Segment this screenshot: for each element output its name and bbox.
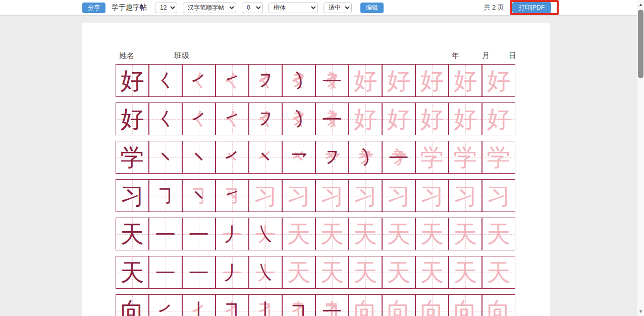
horizontal-guide-line — [316, 234, 348, 235]
grid-cell: 学 — [415, 141, 449, 174]
grid-cell: 向 — [382, 294, 415, 316]
horizontal-guide-line — [283, 311, 314, 311]
horizontal-guide-line — [217, 196, 248, 196]
horizontal-guide-line — [117, 119, 148, 120]
share-button[interactable]: 分享 — [82, 3, 105, 13]
scroll-up-arrow-icon[interactable]: ▲ — [637, 1, 644, 8]
toolbar: 分享 学于趣字帖 12汉字笔顺字帖0楷体适中 编辑 共 2 页 打印|PDF — [0, 0, 637, 16]
template-type-select[interactable]: 汉字笔顺字帖 — [183, 3, 236, 13]
grid-cell: 习 — [449, 179, 482, 212]
horizontal-guide-line — [483, 119, 514, 120]
horizontal-guide-line — [350, 119, 381, 120]
character-row: 学㇔㇔㇔㇔㇔㇒㇔㇔㇒㇔㇔㇔㇒㇔㇖㇔㇔㇒㇔㇖㇇㇔㇔㇒㇔㇖㇇㇁㇔㇔㇒㇔㇖㇇㇁㇐学学学 — [116, 141, 516, 174]
horizontal-guide-line — [117, 81, 148, 81]
vertical-guide-line — [465, 295, 466, 316]
horizontal-guide-line — [183, 311, 214, 311]
vertical-guide-line — [432, 295, 433, 316]
vertical-guide-line — [499, 295, 499, 316]
grid-cell: 好 — [449, 102, 482, 135]
horizontal-guide-line — [350, 234, 381, 235]
grid-cell: ㇐ — [149, 218, 182, 250]
grid-cell: 向 — [415, 294, 449, 316]
horizontal-guide-line — [350, 273, 381, 273]
grid-cell: ㇒ — [149, 294, 182, 316]
horizontal-guide-line — [383, 119, 414, 120]
print-pdf-button[interactable]: 打印|PDF — [512, 2, 551, 13]
font-size-select[interactable]: 12 — [155, 3, 177, 13]
grid-cell: 天 — [449, 256, 482, 289]
horizontal-guide-line — [150, 311, 181, 311]
horizontal-guide-line — [416, 157, 448, 158]
grid-cell: ㇛㇒ — [182, 102, 216, 135]
grid-cell: 向 — [349, 294, 382, 316]
offset-select[interactable]: 0 — [242, 3, 263, 13]
grid-cell: ㇆ — [149, 179, 182, 212]
character-row: 好㇛㇛㇒㇛㇒㇀㇛㇒㇀㇇㇛㇒㇀㇇㇁㇛㇒㇀㇇㇁㇐好好好好好 — [116, 102, 516, 135]
grid-cell: 天 — [315, 218, 349, 250]
toolbar-right-group: 共 2 页 打印|PDF — [484, 2, 551, 13]
name-label: 姓名 — [119, 51, 134, 61]
grid-cell: ㇔㇔㇒㇔㇖㇇㇁㇐ — [382, 141, 415, 174]
grid-cell: ㇒㇑ — [182, 294, 216, 316]
grid-cell: 学 — [116, 141, 149, 174]
character-row: 习㇆㇆㇔㇆㇔㇀习习习习习习习习 — [116, 179, 516, 212]
grid-cell: 学 — [482, 141, 515, 174]
horizontal-guide-line — [416, 311, 448, 311]
grid-cell: 天 — [282, 256, 315, 289]
grid-cell: ㇛㇒㇀㇇㇁㇐ — [315, 102, 349, 135]
scroll-down-arrow-icon[interactable]: ▼ — [637, 308, 644, 315]
grid-cell: ㇔㇔㇒㇔ — [249, 141, 282, 174]
grid-cell: ㇔ — [149, 141, 182, 174]
grid-cell: 天 — [282, 218, 315, 250]
horizontal-guide-line — [316, 311, 348, 311]
horizontal-guide-line — [450, 81, 481, 81]
grid-cell: ㇒㇑㇆㇑㇕ — [282, 294, 315, 316]
horizontal-guide-line — [283, 273, 314, 273]
character-row: 好㇛㇛㇒㇛㇒㇀㇛㇒㇀㇇㇛㇒㇀㇇㇁㇛㇒㇀㇇㇁㇐好好好好好 — [116, 64, 516, 97]
horizontal-guide-line — [283, 157, 314, 158]
horizontal-guide-line — [283, 119, 314, 120]
vertical-guide-line — [299, 295, 299, 316]
grid-cell: ㇐㇐㇓㇏ — [249, 218, 282, 250]
horizontal-guide-line — [416, 273, 448, 273]
scrollbar-thumb[interactable] — [638, 10, 643, 78]
horizontal-guide-line — [183, 273, 214, 273]
density-select[interactable]: 适中 — [324, 3, 352, 13]
horizontal-guide-line — [117, 157, 148, 158]
grid-cell: 天 — [382, 256, 415, 289]
page-count-label: 共 2 页 — [484, 3, 504, 12]
grid-cell: ㇐㇐㇓㇏ — [249, 256, 282, 289]
grid-cell: ㇔㇔㇒㇔㇖ — [282, 141, 315, 174]
horizontal-guide-line — [483, 81, 514, 81]
grid-cell: ㇒㇑㇆㇑㇕㇐ — [315, 294, 349, 316]
horizontal-guide-line — [250, 119, 281, 120]
horizontal-guide-line — [483, 273, 514, 273]
horizontal-guide-line — [383, 273, 414, 273]
horizontal-guide-line — [350, 157, 381, 158]
brand-title: 学于趣字帖 — [112, 3, 147, 12]
horizontal-guide-line — [450, 157, 481, 158]
grid-cell: 好 — [482, 64, 515, 97]
horizontal-guide-line — [416, 196, 448, 196]
horizontal-guide-line — [117, 311, 148, 311]
grid-cell: ㇐ — [149, 256, 182, 289]
font-family-select[interactable]: 楷体 — [269, 3, 318, 13]
grid-cell: 天 — [349, 256, 382, 289]
horizontal-guide-line — [250, 196, 281, 196]
grid-cell: 天 — [116, 218, 149, 250]
scrollbar[interactable]: ▲ ▼ — [637, 0, 644, 316]
grid-cell: ㇛ — [149, 102, 182, 135]
horizontal-guide-line — [217, 119, 248, 120]
character-row: 天㇐㇐㇐㇐㇐㇓㇐㇐㇓㇏天天天天天天天 — [116, 256, 516, 289]
horizontal-guide-line — [450, 196, 481, 196]
grid-cell: 好 — [382, 102, 415, 135]
horizontal-guide-line — [383, 196, 414, 196]
horizontal-guide-line — [383, 311, 414, 311]
horizontal-guide-line — [183, 196, 214, 196]
character-row: 向㇒㇒㇑㇒㇑㇆㇒㇑㇆㇑㇒㇑㇆㇑㇕㇒㇑㇆㇑㇕㇐向向向向向 — [116, 294, 516, 316]
horizontal-guide-line — [383, 234, 414, 235]
grid-cell: 向 — [449, 294, 482, 316]
edit-button[interactable]: 编辑 — [360, 3, 384, 13]
horizontal-guide-line — [283, 234, 314, 235]
grid-cell: 习 — [116, 179, 149, 212]
